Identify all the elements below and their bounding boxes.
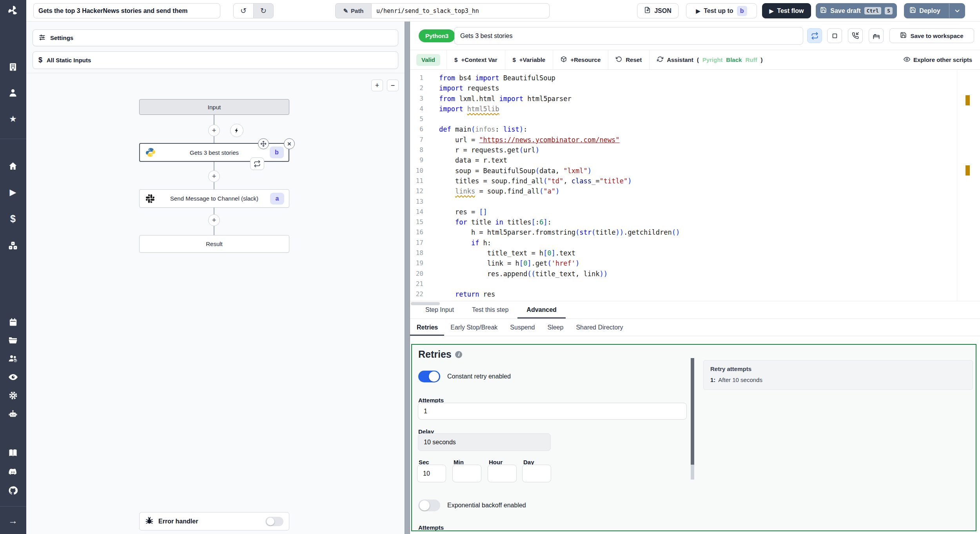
tab-test-this-step[interactable]: Test this step xyxy=(463,301,517,319)
sidebar-item-folders-icon[interactable] xyxy=(7,334,19,346)
add-step-button[interactable]: + xyxy=(208,170,220,182)
constant-retry-toggle[interactable] xyxy=(418,371,440,382)
code-line[interactable]: 19 link = h[0].get('href') xyxy=(410,258,980,268)
sec-input[interactable] xyxy=(417,465,446,482)
collapse-sidebar-arrow-icon[interactable]: → xyxy=(7,515,19,527)
json-button-label: JSON xyxy=(654,7,671,14)
code-line[interactable]: 3from lxml.html import html5parser xyxy=(410,94,980,104)
sidebar-item-discord-icon[interactable] xyxy=(7,466,19,478)
day-input[interactable] xyxy=(522,465,551,482)
subtab-shared-directory[interactable]: Shared Directory xyxy=(570,319,629,336)
panel-splitter[interactable] xyxy=(405,22,410,534)
code-line[interactable]: 2import requests xyxy=(410,83,980,93)
add-variable-button[interactable]: $+Variable xyxy=(505,50,554,69)
error-handler-toggle[interactable] xyxy=(265,517,283,526)
code-editor[interactable]: 1from bs4 import BeautifulSoup2import re… xyxy=(410,70,980,301)
retries-icon-button[interactable] xyxy=(807,28,822,43)
sidebar-item-user-icon[interactable] xyxy=(7,87,19,99)
explore-other-scripts-button[interactable]: Explore other scripts xyxy=(896,50,980,69)
sidebar-item-docs-book-icon[interactable] xyxy=(7,447,19,459)
sidebar-item-github-icon[interactable] xyxy=(7,485,19,496)
add-context-var-button[interactable]: $+Context Var xyxy=(447,50,505,69)
save-to-workspace-button[interactable]: Save to workspace xyxy=(889,28,974,43)
sidebar-item-schedules-calendar-icon[interactable] xyxy=(7,316,19,328)
sidebar-item-workspace-building-icon[interactable] xyxy=(7,61,19,73)
subtab-suspend[interactable]: Suspend xyxy=(504,319,541,336)
add-step-button[interactable]: + xyxy=(208,125,220,136)
subtab-early-stop-break[interactable]: Early Stop/Break xyxy=(444,319,504,336)
save-draft-label: Save draft xyxy=(830,7,860,14)
graph-zoom-in-button[interactable]: + xyxy=(371,80,383,91)
redo-button[interactable]: ↻ xyxy=(253,3,274,18)
test-flow-button[interactable]: ▶ Test flow xyxy=(762,3,811,18)
flow-title-input[interactable] xyxy=(33,3,220,18)
sidebar-item-audit-logs-eye-icon[interactable] xyxy=(7,371,19,383)
sidebar-item-variables-dollar-icon[interactable]: $ xyxy=(7,213,19,224)
code-line[interactable]: 8 r = requests.get(url) xyxy=(410,145,980,155)
attempts-input[interactable] xyxy=(418,403,687,420)
code-line[interactable]: 9 data = r.text xyxy=(410,155,980,165)
code-line[interactable]: 11 titles = soup.find_all("td", class_="… xyxy=(410,176,980,186)
graph-zoom-out-button[interactable]: − xyxy=(387,80,399,91)
sidebar-item-runs-play-icon[interactable]: ▶ xyxy=(7,186,19,198)
step-name-input[interactable] xyxy=(454,27,803,45)
move-step-handle[interactable] xyxy=(258,138,269,149)
retries-scrollbar[interactable] xyxy=(691,358,694,465)
subtab-sleep[interactable]: Sleep xyxy=(541,319,570,336)
windmill-logo-icon[interactable] xyxy=(7,5,19,16)
test-up-to-button[interactable]: ▶ Test up to b xyxy=(686,3,757,18)
sidebar-item-home-icon[interactable] xyxy=(7,160,19,172)
flow-node-result[interactable]: Result xyxy=(139,235,289,253)
json-button[interactable]: JSON xyxy=(637,3,679,18)
code-line[interactable]: 20 res.append((title_text, link)) xyxy=(410,269,980,279)
code-line[interactable]: 22 return res xyxy=(410,289,980,299)
early-stop-icon-button[interactable] xyxy=(827,28,842,43)
delete-step-button[interactable]: ✕ xyxy=(284,138,295,149)
sidebar-item-settings-gear-icon[interactable] xyxy=(7,389,19,401)
sleep-icon-button[interactable] xyxy=(869,28,884,43)
code-line[interactable]: 10 soup = BeautifulSoup(data, "lxml") xyxy=(410,166,980,176)
path-badge[interactable]: ✎Path xyxy=(335,3,371,18)
reset-button[interactable]: Reset xyxy=(608,50,650,69)
tab-advanced[interactable]: Advanced xyxy=(517,301,565,319)
code-line[interactable]: 15 for title in titles[:6]: xyxy=(410,217,980,227)
undo-button[interactable]: ↺ xyxy=(233,3,254,18)
code-line[interactable]: 17 if h: xyxy=(410,238,980,248)
info-icon[interactable]: i xyxy=(455,351,462,358)
deploy-dropdown-chevron[interactable] xyxy=(949,4,965,18)
sidebar-item-ai-robot-icon[interactable] xyxy=(7,408,19,420)
hour-input[interactable] xyxy=(488,465,517,482)
editor-horizontal-scrollbar[interactable] xyxy=(411,302,440,305)
code-line[interactable]: 1from bs4 import BeautifulSoup xyxy=(410,73,980,83)
flow-node-step-a[interactable]: Send Message to Channel (slack) a xyxy=(139,189,289,208)
code-line[interactable]: 21 xyxy=(410,279,980,289)
code-line[interactable]: 7 url = "https://news.ycombinator.com/ne… xyxy=(410,135,980,145)
flow-node-input[interactable]: Input xyxy=(139,99,289,115)
suspend-icon-button[interactable] xyxy=(848,28,863,43)
add-resource-button[interactable]: +Resource xyxy=(553,50,608,69)
save-draft-button[interactable]: Save draft Ctrl S xyxy=(816,3,897,18)
retry-loop-badge[interactable] xyxy=(250,157,264,170)
code-line[interactable]: 18 title_text = h[0].text xyxy=(410,248,980,258)
code-line[interactable]: 4import html5lib xyxy=(410,104,980,114)
code-line[interactable]: 5 xyxy=(410,114,980,124)
error-handler-node[interactable]: Error handler xyxy=(139,512,289,530)
deploy-button[interactable]: Deploy xyxy=(904,3,965,18)
flow-settings-bar[interactable]: Settings xyxy=(33,29,398,46)
sidebar-item-groups-icon[interactable] xyxy=(7,353,19,364)
path-value-input[interactable]: u/henri/send_to_slack_top3_hn xyxy=(371,3,550,18)
code-line[interactable]: 13 xyxy=(410,197,980,207)
min-input[interactable] xyxy=(452,465,481,482)
code-line[interactable]: 12 links = soup.find_all("a") xyxy=(410,186,980,196)
assistant-button[interactable]: Assistant (PyrightBlackRuff) xyxy=(650,50,770,69)
code-line[interactable]: 14 res = [] xyxy=(410,207,980,217)
code-line[interactable]: 16 h = html5parser.fromstring(str(title)… xyxy=(410,227,980,237)
code-line[interactable]: 6def main(infos: list): xyxy=(410,124,980,134)
subtab-retries[interactable]: Retries xyxy=(410,319,444,336)
all-static-inputs-bar[interactable]: $ All Static Inputs xyxy=(33,51,398,69)
add-step-button[interactable]: + xyxy=(208,214,220,226)
trigger-bolt-button[interactable] xyxy=(230,124,243,137)
sidebar-item-resources-cubes-icon[interactable] xyxy=(7,240,19,252)
sidebar-item-favorites-star-icon[interactable]: ★ xyxy=(7,113,19,125)
exponential-backoff-toggle[interactable] xyxy=(418,500,440,511)
